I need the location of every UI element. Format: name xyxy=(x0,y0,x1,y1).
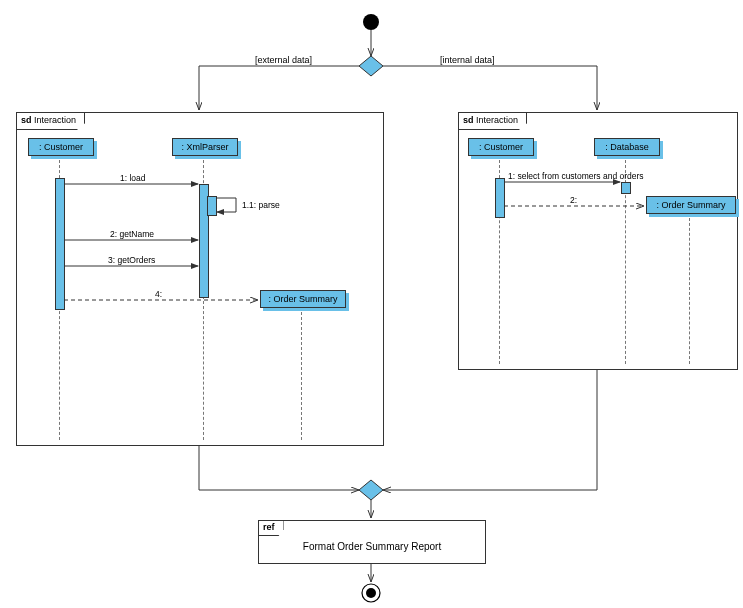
msg-getorders: 3: getOrders xyxy=(108,255,155,265)
activation-bar xyxy=(207,196,217,216)
ref-box: ref Format Order Summary Report xyxy=(258,520,486,564)
msg-parse: 1.1: parse xyxy=(242,200,280,210)
ref-text: Format Order Summary Report xyxy=(259,521,485,552)
guard-internal: [internal data] xyxy=(440,55,495,65)
ref-tab: ref xyxy=(259,521,284,536)
svg-marker-2 xyxy=(359,56,383,76)
msg-create-left: 4: xyxy=(155,289,162,299)
msg-load: 1: load xyxy=(120,173,146,183)
msg-create-right: 2: xyxy=(570,195,577,205)
lifeline-dash xyxy=(689,218,690,364)
lifeline-xmlparser: : XmlParser xyxy=(172,138,238,156)
svg-point-7 xyxy=(366,588,376,598)
lifeline-order-summary-right: : Order Summary xyxy=(646,196,736,214)
msg-select: 1: select from customers and orders xyxy=(508,171,644,181)
lifeline-dash xyxy=(301,312,302,440)
svg-point-0 xyxy=(363,14,379,30)
msg-getname: 2: getName xyxy=(110,229,154,239)
diagram-canvas: [external data] [internal data] sd Inter… xyxy=(0,0,743,608)
activation-bar xyxy=(495,178,505,218)
svg-point-6 xyxy=(362,584,380,602)
activation-bar xyxy=(621,182,631,194)
activation-bar xyxy=(55,178,65,310)
frame-label-right: sd Interaction xyxy=(459,113,527,130)
frame-label-left: sd Interaction xyxy=(17,113,85,130)
guard-external: [external data] xyxy=(255,55,312,65)
lifeline-database: : Database xyxy=(594,138,660,156)
lifeline-customer-right: : Customer xyxy=(468,138,534,156)
lifeline-order-summary-left: : Order Summary xyxy=(260,290,346,308)
svg-marker-3 xyxy=(359,480,383,500)
lifeline-customer-left: : Customer xyxy=(28,138,94,156)
